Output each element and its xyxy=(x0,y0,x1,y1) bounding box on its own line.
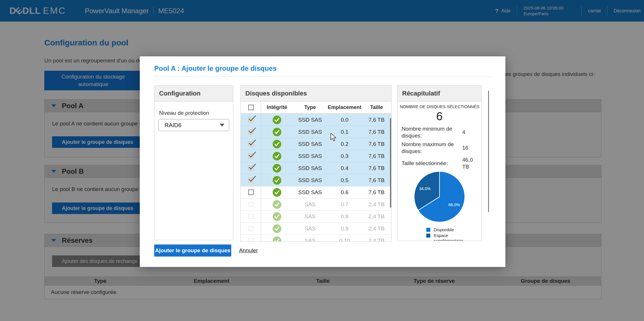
disks-col-header: Type xyxy=(293,104,327,110)
health-cell xyxy=(261,224,293,233)
disk-location: 0.6 xyxy=(327,189,362,196)
disks-col-header: Taille xyxy=(362,104,391,110)
disk-size: 7,6 TB xyxy=(362,141,391,147)
disk-row[interactable]: SAS0.92,4 TB xyxy=(241,223,391,235)
health-ok-icon xyxy=(273,164,281,173)
summary-value: 46,0 TB xyxy=(462,156,479,170)
dialog-title: Pool A : Ajouter le groupe de disques xyxy=(154,64,276,72)
add-disk-group-submit-button[interactable]: Ajouter le groupe de disques xyxy=(154,244,231,257)
disk-row[interactable]: SSD SAS0.57,6 TB xyxy=(241,174,391,186)
available-disks-title: Disques disponibles xyxy=(241,86,391,102)
disks-table-scrollbar[interactable] xyxy=(390,118,391,208)
disk-size: 2,4 TB xyxy=(362,213,391,220)
checkbox-cell xyxy=(241,177,261,183)
health-ok-icon xyxy=(273,176,281,185)
row-checkbox[interactable] xyxy=(248,117,254,123)
health-cell xyxy=(261,116,293,124)
health-cell xyxy=(261,152,293,160)
health-cell xyxy=(261,236,293,242)
disk-size: 7,6 TB xyxy=(362,129,391,135)
capacity-pie-chart-wrap: 66.0%34.0% xyxy=(414,171,465,223)
health-cell xyxy=(261,200,293,209)
disk-location: 0.7 xyxy=(327,201,362,208)
disk-location: 0.9 xyxy=(327,226,362,232)
protection-level-label: Niveau de protection xyxy=(159,110,209,116)
row-checkbox[interactable] xyxy=(249,226,253,231)
disk-size: 7,6 TB xyxy=(362,165,391,171)
checkbox-cell xyxy=(241,226,261,231)
disk-location: 0.5 xyxy=(327,177,362,184)
legend-label: Disponible xyxy=(434,227,468,232)
disk-row[interactable]: SSD SAS0.17,6 TB xyxy=(241,126,391,138)
mouse-cursor xyxy=(330,133,338,143)
checkbox-cell xyxy=(241,214,261,219)
cancel-link[interactable]: Annuler xyxy=(239,247,258,254)
health-cell xyxy=(261,176,293,185)
select-all-cell xyxy=(241,105,261,110)
available-disks-panel: Disques disponibles IntégritéTypeEmplace… xyxy=(240,85,391,242)
disk-location: 0.3 xyxy=(327,153,362,159)
dialog-scrollbar[interactable] xyxy=(488,91,489,212)
pie-chart: 66.0%34.0% xyxy=(414,171,465,223)
legend-swatch xyxy=(426,234,430,238)
health-ok-icon xyxy=(273,236,281,242)
disk-row[interactable]: SAS0.82,4 TB xyxy=(241,211,391,223)
selected-disks-label: NOMBRE DE DISQUES SÉLECTIONNÉS xyxy=(400,104,481,109)
disk-type: SSD SAS xyxy=(293,141,327,147)
summary-label: Taille sélectionnée: xyxy=(402,160,460,167)
row-checkbox[interactable] xyxy=(248,141,254,147)
summary-label: Nombre minimum de disques: xyxy=(402,125,460,139)
health-cell xyxy=(261,188,293,197)
disk-type: SSD SAS xyxy=(293,129,327,135)
disk-location: 0.0 xyxy=(327,117,362,123)
configuration-panel: Configuration Niveau de protection RAID6 xyxy=(154,85,233,240)
row-checkbox[interactable] xyxy=(248,129,254,135)
legend-item: Espace supplémentaire xyxy=(426,233,478,241)
summary-panel-title: Récapitulatif xyxy=(398,86,481,102)
disk-size: 2,4 TB xyxy=(362,226,391,232)
summary-rows: Nombre minimum de disques:4Nombre maximu… xyxy=(402,125,479,172)
disk-row[interactable]: SSD SAS0.67,6 TB xyxy=(241,186,391,198)
row-checkbox[interactable] xyxy=(249,238,253,241)
checkbox-cell xyxy=(241,238,261,241)
pie-slice-label: 34.0% xyxy=(419,186,431,191)
disk-type: SAS xyxy=(293,238,327,242)
row-checkbox[interactable] xyxy=(249,202,253,207)
disk-row[interactable]: SSD SAS0.47,6 TB xyxy=(241,162,391,174)
health-ok-icon xyxy=(273,212,281,221)
checkbox-column-divider xyxy=(261,102,261,241)
health-ok-icon xyxy=(273,116,281,124)
disk-type: SSD SAS xyxy=(293,117,327,123)
summary-value: 16 xyxy=(462,144,479,151)
select-all-checkbox[interactable] xyxy=(248,105,254,110)
disk-location: 0.8 xyxy=(327,213,362,220)
row-checkbox[interactable] xyxy=(248,190,254,195)
disk-location: 0.4 xyxy=(327,165,362,171)
configuration-panel-title: Configuration xyxy=(154,86,233,102)
health-cell xyxy=(261,164,293,173)
disk-row[interactable]: SSD SAS0.37,6 TB xyxy=(241,150,391,162)
health-cell xyxy=(261,140,293,148)
disk-type: SSD SAS xyxy=(293,189,327,196)
protection-level-select[interactable]: RAID6 xyxy=(158,119,229,131)
health-ok-icon xyxy=(273,200,281,209)
disks-col-header: Intégrité xyxy=(261,104,293,110)
disk-row[interactable]: SSD SAS0.07,6 TB xyxy=(241,114,391,126)
disk-type: SSD SAS xyxy=(293,153,327,159)
checkbox-cell xyxy=(241,190,261,195)
health-ok-icon xyxy=(273,128,281,136)
row-checkbox[interactable] xyxy=(248,165,254,171)
disk-row[interactable]: SSD SAS0.27,6 TB xyxy=(241,138,391,150)
chevron-down-icon xyxy=(220,124,224,127)
disk-row[interactable]: SAS0.72,4 TB xyxy=(241,198,391,211)
row-checkbox[interactable] xyxy=(249,214,253,219)
disk-row[interactable]: SAS0.102,4 TB xyxy=(241,235,391,241)
row-checkbox[interactable] xyxy=(248,177,254,183)
disk-type: SAS xyxy=(293,226,327,232)
disk-type: SSD SAS xyxy=(293,177,327,184)
disk-size: 7,6 TB xyxy=(362,117,391,123)
disk-type: SAS xyxy=(293,213,327,220)
checkbox-cell xyxy=(241,141,261,147)
row-checkbox[interactable] xyxy=(248,153,254,159)
health-ok-icon xyxy=(273,140,281,148)
